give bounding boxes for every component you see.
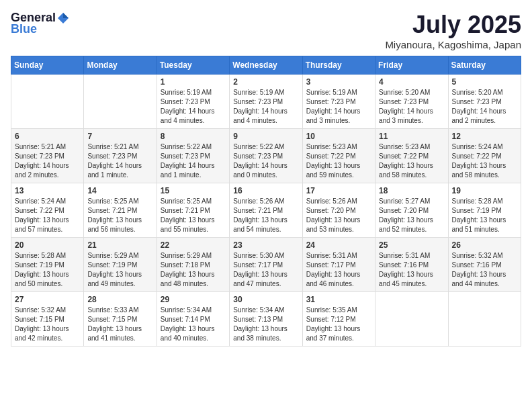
logo-icon xyxy=(56,11,70,25)
day-number: 12 xyxy=(452,132,517,141)
day-info: Sunrise: 5:24 AM Sunset: 7:22 PM Dayligh… xyxy=(452,142,517,180)
day-info: Sunrise: 5:25 AM Sunset: 7:21 PM Dayligh… xyxy=(161,197,226,234)
day-info: Sunrise: 5:19 AM Sunset: 7:23 PM Dayligh… xyxy=(233,88,298,126)
day-number: 4 xyxy=(379,77,444,87)
day-info: Sunrise: 5:23 AM Sunset: 7:22 PM Dayligh… xyxy=(306,142,371,180)
calendar-header: SundayMondayTuesdayWednesdayThursdayFrid… xyxy=(11,56,521,75)
day-info: Sunrise: 5:26 AM Sunset: 7:21 PM Dayligh… xyxy=(233,197,298,234)
day-info: Sunrise: 5:23 AM Sunset: 7:22 PM Dayligh… xyxy=(379,142,444,180)
day-number: 20 xyxy=(15,240,80,250)
day-info: Sunrise: 5:34 AM Sunset: 7:13 PM Dayligh… xyxy=(233,306,298,343)
day-number: 28 xyxy=(87,295,152,304)
header-row: SundayMondayTuesdayWednesdayThursdayFrid… xyxy=(11,56,521,75)
day-info: Sunrise: 5:22 AM Sunset: 7:23 PM Dayligh… xyxy=(233,142,298,180)
day-number: 5 xyxy=(452,77,517,87)
calendar-week-5: 27Sunrise: 5:32 AM Sunset: 7:15 PM Dayli… xyxy=(11,292,521,347)
calendar-cell: 28Sunrise: 5:33 AM Sunset: 7:15 PM Dayli… xyxy=(84,292,157,347)
day-number: 14 xyxy=(87,186,152,195)
calendar-body: 1Sunrise: 5:19 AM Sunset: 7:23 PM Daylig… xyxy=(11,75,521,347)
day-info: Sunrise: 5:35 AM Sunset: 7:12 PM Dayligh… xyxy=(306,306,371,343)
calendar-cell: 16Sunrise: 5:26 AM Sunset: 7:21 PM Dayli… xyxy=(230,183,302,238)
day-info: Sunrise: 5:21 AM Sunset: 7:23 PM Dayligh… xyxy=(15,142,80,180)
day-header-monday: Monday xyxy=(84,56,157,75)
day-info: Sunrise: 5:32 AM Sunset: 7:16 PM Dayligh… xyxy=(452,251,517,289)
calendar-cell: 30Sunrise: 5:34 AM Sunset: 7:13 PM Dayli… xyxy=(230,292,302,347)
logo-blue-text: Blue xyxy=(11,22,37,36)
calendar-cell: 27Sunrise: 5:32 AM Sunset: 7:15 PM Dayli… xyxy=(11,292,84,347)
day-info: Sunrise: 5:34 AM Sunset: 7:14 PM Dayligh… xyxy=(161,306,226,343)
calendar-cell: 6Sunrise: 5:21 AM Sunset: 7:23 PM Daylig… xyxy=(11,129,84,183)
day-number: 31 xyxy=(306,295,371,304)
calendar-cell: 31Sunrise: 5:35 AM Sunset: 7:12 PM Dayli… xyxy=(302,292,375,347)
day-info: Sunrise: 5:25 AM Sunset: 7:21 PM Dayligh… xyxy=(87,197,152,234)
calendar-cell: 17Sunrise: 5:26 AM Sunset: 7:20 PM Dayli… xyxy=(302,183,375,238)
calendar-cell: 9Sunrise: 5:22 AM Sunset: 7:23 PM Daylig… xyxy=(230,129,302,183)
day-number: 21 xyxy=(87,240,152,250)
day-number: 3 xyxy=(306,77,371,87)
day-header-saturday: Saturday xyxy=(448,56,521,75)
calendar-cell: 15Sunrise: 5:25 AM Sunset: 7:21 PM Dayli… xyxy=(157,183,229,238)
calendar-week-1: 1Sunrise: 5:19 AM Sunset: 7:23 PM Daylig… xyxy=(11,75,521,129)
day-number: 18 xyxy=(379,186,444,195)
day-info: Sunrise: 5:28 AM Sunset: 7:19 PM Dayligh… xyxy=(15,251,80,289)
calendar-cell: 26Sunrise: 5:32 AM Sunset: 7:16 PM Dayli… xyxy=(448,238,521,292)
calendar-cell: 20Sunrise: 5:28 AM Sunset: 7:19 PM Dayli… xyxy=(11,238,84,292)
calendar-week-4: 20Sunrise: 5:28 AM Sunset: 7:19 PM Dayli… xyxy=(11,238,521,292)
day-header-friday: Friday xyxy=(375,56,448,75)
day-number: 6 xyxy=(15,132,80,141)
day-number: 7 xyxy=(87,132,152,141)
day-number: 11 xyxy=(379,132,444,141)
calendar-cell xyxy=(375,292,448,347)
day-info: Sunrise: 5:20 AM Sunset: 7:23 PM Dayligh… xyxy=(452,88,517,126)
calendar-cell: 24Sunrise: 5:31 AM Sunset: 7:17 PM Dayli… xyxy=(302,238,375,292)
day-info: Sunrise: 5:30 AM Sunset: 7:17 PM Dayligh… xyxy=(233,251,298,289)
month-title: July 2025 xyxy=(385,11,521,39)
calendar-cell: 14Sunrise: 5:25 AM Sunset: 7:21 PM Dayli… xyxy=(84,183,157,238)
calendar-cell: 19Sunrise: 5:28 AM Sunset: 7:19 PM Dayli… xyxy=(448,183,521,238)
title-area: July 2025 Miyanoura, Kagoshima, Japan xyxy=(385,11,521,50)
day-info: Sunrise: 5:24 AM Sunset: 7:22 PM Dayligh… xyxy=(15,197,80,234)
location-subtitle: Miyanoura, Kagoshima, Japan xyxy=(385,39,521,50)
day-info: Sunrise: 5:19 AM Sunset: 7:23 PM Dayligh… xyxy=(306,88,371,126)
calendar-cell: 23Sunrise: 5:30 AM Sunset: 7:17 PM Dayli… xyxy=(230,238,302,292)
day-info: Sunrise: 5:31 AM Sunset: 7:16 PM Dayligh… xyxy=(379,251,444,289)
day-number: 30 xyxy=(233,295,298,304)
calendar-cell: 29Sunrise: 5:34 AM Sunset: 7:14 PM Dayli… xyxy=(157,292,229,347)
day-info: Sunrise: 5:28 AM Sunset: 7:19 PM Dayligh… xyxy=(452,197,517,234)
calendar-cell xyxy=(84,75,157,129)
day-number: 22 xyxy=(161,240,226,250)
calendar-cell: 2Sunrise: 5:19 AM Sunset: 7:23 PM Daylig… xyxy=(230,75,302,129)
calendar-cell: 3Sunrise: 5:19 AM Sunset: 7:23 PM Daylig… xyxy=(302,75,375,129)
day-number: 1 xyxy=(161,77,226,87)
calendar-cell: 21Sunrise: 5:29 AM Sunset: 7:19 PM Dayli… xyxy=(84,238,157,292)
day-number: 17 xyxy=(306,186,371,195)
day-number: 19 xyxy=(452,186,517,195)
day-info: Sunrise: 5:27 AM Sunset: 7:20 PM Dayligh… xyxy=(379,197,444,234)
day-header-thursday: Thursday xyxy=(302,56,375,75)
day-number: 16 xyxy=(233,186,298,195)
calendar-cell: 5Sunrise: 5:20 AM Sunset: 7:23 PM Daylig… xyxy=(448,75,521,129)
day-info: Sunrise: 5:32 AM Sunset: 7:15 PM Dayligh… xyxy=(15,306,80,343)
day-number: 10 xyxy=(306,132,371,141)
calendar-cell xyxy=(448,292,521,347)
day-number: 2 xyxy=(233,77,298,87)
day-info: Sunrise: 5:22 AM Sunset: 7:23 PM Dayligh… xyxy=(161,142,226,180)
day-info: Sunrise: 5:31 AM Sunset: 7:17 PM Dayligh… xyxy=(306,251,371,289)
day-number: 9 xyxy=(233,132,298,141)
day-number: 25 xyxy=(379,240,444,250)
calendar-cell: 8Sunrise: 5:22 AM Sunset: 7:23 PM Daylig… xyxy=(157,129,229,183)
calendar-cell: 18Sunrise: 5:27 AM Sunset: 7:20 PM Dayli… xyxy=(375,183,448,238)
calendar-cell: 7Sunrise: 5:21 AM Sunset: 7:23 PM Daylig… xyxy=(84,129,157,183)
calendar-cell: 11Sunrise: 5:23 AM Sunset: 7:22 PM Dayli… xyxy=(375,129,448,183)
day-number: 23 xyxy=(233,240,298,250)
day-number: 29 xyxy=(161,295,226,304)
calendar-cell: 13Sunrise: 5:24 AM Sunset: 7:22 PM Dayli… xyxy=(11,183,84,238)
calendar-cell: 4Sunrise: 5:20 AM Sunset: 7:23 PM Daylig… xyxy=(375,75,448,129)
svg-marker-1 xyxy=(63,13,69,18)
calendar-cell: 1Sunrise: 5:19 AM Sunset: 7:23 PM Daylig… xyxy=(157,75,229,129)
day-number: 26 xyxy=(452,240,517,250)
day-header-tuesday: Tuesday xyxy=(157,56,229,75)
calendar-week-2: 6Sunrise: 5:21 AM Sunset: 7:23 PM Daylig… xyxy=(11,129,521,183)
calendar-cell xyxy=(11,75,84,129)
calendar-cell: 25Sunrise: 5:31 AM Sunset: 7:16 PM Dayli… xyxy=(375,238,448,292)
